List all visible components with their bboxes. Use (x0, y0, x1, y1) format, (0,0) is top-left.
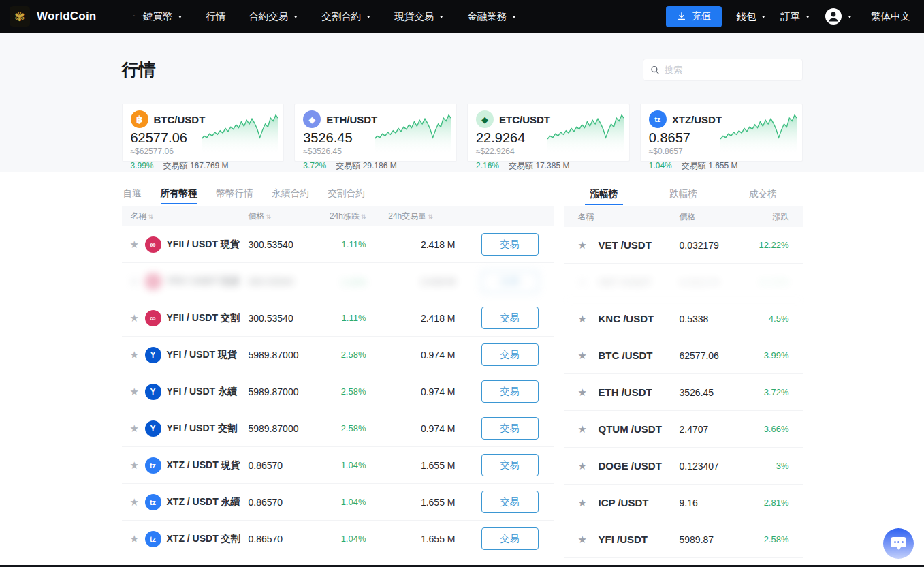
favorite-star-icon[interactable]: ★ (578, 534, 599, 546)
language-selector[interactable]: 繁体中文 (871, 10, 910, 23)
table-row[interactable]: ★ Y YFI / USDT 現貨 5989.87000 2.58% 0.974… (122, 337, 554, 373)
ticker-card-btc[interactable]: ฿ BTC/USDT 62577.06 ≈$62577.06 3.99% 交易額… (122, 104, 285, 162)
trade-button[interactable]: 交易 (481, 343, 539, 366)
pair-change: 1.04% (310, 460, 366, 470)
volume-label: 交易額 (163, 161, 188, 170)
column-24h-change[interactable]: 24h漲跌⇅ (310, 211, 366, 222)
tab-delivery-contracts[interactable]: 交割合約 (328, 187, 365, 204)
orders-label: 訂單 (780, 10, 800, 23)
favorite-star-icon[interactable]: ★ (578, 460, 599, 472)
tab-perpetual-contracts[interactable]: 永續合約 (272, 187, 309, 204)
table-row[interactable]: ★ Y YFI / USDT 永續 5989.87000 2.58% 0.974… (122, 373, 554, 410)
favorite-star-icon[interactable]: ★ (578, 386, 599, 399)
volume-label: 交易額 (509, 161, 533, 170)
nav-item-label: 現貨交易 (394, 10, 434, 23)
ticker-card-eth[interactable]: ◆ ETH/USDT 3526.45 ≈$3526.45 3.72% 交易額 2… (294, 104, 457, 162)
top-nav: ✾ WorldCoin 一鍵買幣 ▼ 行情 合約交易 ▼ 交割合約 ▼ 現貨交易… (0, 0, 924, 33)
pair-name: KNC /USDT (599, 313, 680, 324)
favorite-star-icon[interactable]: ★ (130, 386, 145, 398)
tab-spot-markets[interactable]: 幣幣行情 (217, 187, 253, 204)
favorite-star-icon[interactable]: ★ (578, 423, 599, 435)
table-row[interactable]: ★ tz XTZ / USDT 交割 0.86570 1.04% 1.655 M… (122, 521, 554, 557)
pair-label: BTC/USDT (154, 114, 206, 125)
favorite-star-icon[interactable]: ★ (578, 350, 599, 362)
ranking-row[interactable]: ★ QTUM /USDT 2.4707 3.66% (564, 411, 803, 448)
ranking-row[interactable]: ★ KNC /USDT 0.5338 4.5% (564, 301, 803, 337)
pair-name: XTZ / USDT 永續 (167, 496, 249, 508)
trade-button[interactable]: 交易 (481, 380, 539, 403)
account-dropdown[interactable]: ▼ (825, 7, 853, 25)
pair-name: YFI / USDT 現貨 (167, 349, 249, 361)
orders-dropdown[interactable]: 訂單 ▼ (780, 10, 810, 23)
brand[interactable]: ✾ WorldCoin (10, 6, 96, 27)
search-input[interactable] (665, 65, 795, 75)
pair-change: 1.11% (310, 313, 366, 323)
trade-button[interactable]: 交易 (481, 417, 539, 440)
pair-change: 3.66% (764, 424, 789, 434)
nav-item-spot-trading[interactable]: 現貨交易 ▼ (394, 10, 444, 23)
markets-tabs: 自選 所有幣種 幣幣行情 永續合約 交割合約 (122, 187, 554, 204)
favorite-star-icon[interactable]: ★ (130, 423, 145, 435)
table-row[interactable]: ★ tz XTZ / USDT 現貨 0.86570 1.04% 1.655 M… (122, 447, 554, 484)
ticker-change: 3.72% (303, 161, 326, 170)
ranking-row[interactable]: ★ ICP /USDT 9.16 2.81% (564, 485, 803, 521)
column-24h-volume[interactable]: 24h交易量⇅ (366, 211, 456, 222)
deposit-button[interactable]: 充值 (666, 6, 722, 27)
xtz-icon: tz (649, 110, 667, 128)
column-change: 漲跌 (754, 211, 789, 223)
table-row[interactable]: ★ ∞ YFII / USDT 交割 300.53540 1.11% 2.418… (122, 300, 554, 337)
pair-name: XTZ / USDT 交割 (167, 533, 249, 545)
yfi-icon: Y (145, 347, 161, 363)
tab-favorites[interactable]: 自選 (123, 187, 142, 204)
favorite-star-icon[interactable]: ★ (130, 312, 145, 324)
tab-top-losers[interactable]: 跌幅榜 (643, 187, 723, 205)
column-name[interactable]: 名稱⇅ (131, 211, 249, 222)
favorite-star-icon[interactable]: ★ (130, 239, 145, 251)
tab-top-gainers[interactable]: 漲幅榜 (564, 187, 644, 205)
ticker-card-xtz[interactable]: tz XTZ/USDT 0.8657 ≈$0.8657 1.04% 交易額 1.… (640, 104, 803, 162)
chat-support-button[interactable] (883, 528, 914, 559)
trade-button[interactable]: 交易 (481, 233, 539, 256)
nav-item-delivery-contract[interactable]: 交割合約 ▼ (321, 10, 371, 23)
ticker-card-etc[interactable]: ◆ ETC/USDT 22.9264 ≈$22.9264 2.16% 交易額 1… (467, 104, 630, 162)
pair-change: 4.5% (769, 313, 789, 324)
ticker-volume: 1.655 M (708, 161, 737, 170)
favorite-star-icon[interactable]: ★ (130, 349, 145, 361)
pair-label: ETH/USDT (326, 114, 377, 125)
ranking-row[interactable]: ★ YFI /USDT 5989.87 2.58% (564, 521, 803, 558)
pair-name: YFI / USDT 交割 (167, 423, 249, 435)
wallet-dropdown[interactable]: 錢包 ▼ (736, 10, 766, 23)
favorite-star-icon[interactable]: ★ (578, 313, 599, 325)
favorite-star-icon[interactable]: ★ (130, 496, 145, 508)
nav-item-markets[interactable]: 行情 (206, 10, 225, 23)
pair-change: 1.04% (310, 534, 366, 544)
ranking-panel: 漲幅榜 跌幅榜 成交榜 名稱 價格 漲跌 ★ VET /USDT 0.03217… (564, 187, 803, 567)
tab-all-coins[interactable]: 所有幣種 (161, 187, 197, 204)
table-row[interactable]: ★ Y YFI / USDT 交割 5989.87000 2.58% 0.974… (122, 410, 554, 447)
avatar-icon (825, 7, 842, 25)
ranking-row[interactable]: ★ DOGE /USDT 0.123407 3% (564, 448, 803, 485)
trade-button[interactable]: 交易 (481, 491, 539, 513)
favorite-star-icon[interactable]: ★ (578, 239, 599, 251)
tab-top-volume[interactable]: 成交榜 (723, 187, 803, 205)
trade-button[interactable]: 交易 (481, 307, 539, 329)
trade-button[interactable]: 交易 (481, 454, 539, 476)
nav-item-buy-coins[interactable]: 一鍵買幣 ▼ (133, 10, 182, 23)
ranking-row[interactable]: ★ BTC /USDT 62577.06 3.99% (564, 337, 803, 374)
table-row[interactable]: ★ tz XTZ / USDT 永續 0.86570 1.04% 1.655 M… (122, 484, 554, 521)
column-price[interactable]: 價格⇅ (249, 211, 310, 222)
table-row[interactable]: ★ ∞ YFII / USDT 現貨 300.53540 1.11% 2.418… (122, 226, 554, 263)
ticker-change: 1.04% (649, 161, 672, 170)
favorite-star-icon[interactable]: ★ (130, 459, 145, 472)
nav-item-contract-trading[interactable]: 合約交易 ▼ (249, 10, 298, 23)
ranking-row[interactable]: ★ VET /USDT 0.032179 12.22% (564, 227, 803, 264)
search-box[interactable] (643, 59, 803, 81)
nav-item-financial-services[interactable]: 金融業務 ▼ (467, 10, 517, 23)
trade-button[interactable]: 交易 (481, 527, 539, 550)
sparkline-chart (720, 109, 797, 155)
favorite-star-icon[interactable]: ★ (130, 533, 145, 545)
pair-price: 5989.87000 (249, 423, 310, 434)
favorite-star-icon[interactable]: ★ (578, 497, 599, 509)
ranking-row[interactable]: ★ ETH /USDT 3526.45 3.72% (564, 374, 803, 411)
chevron-down-icon: ▼ (847, 14, 853, 19)
